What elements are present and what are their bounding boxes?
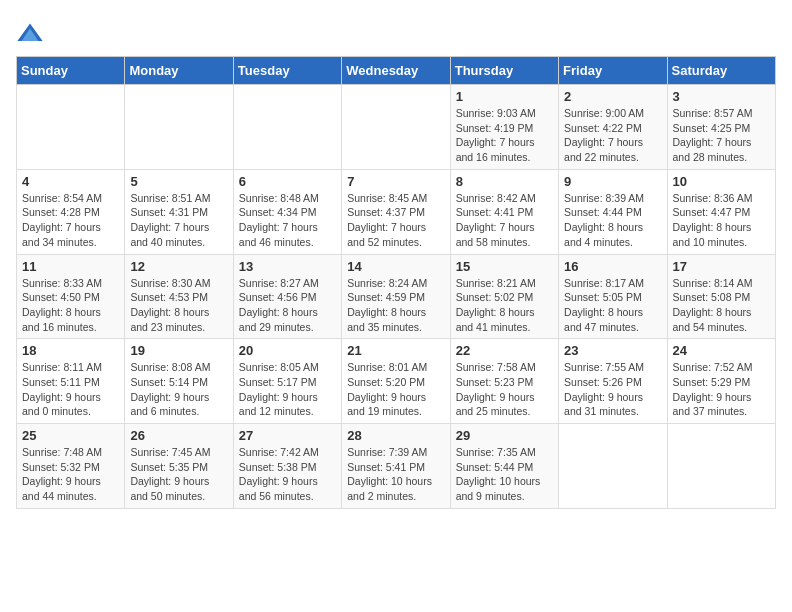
day-number: 8 bbox=[456, 174, 553, 189]
day-cell: 11Sunrise: 8:33 AMSunset: 4:50 PMDayligh… bbox=[17, 254, 125, 339]
day-cell: 20Sunrise: 8:05 AMSunset: 5:17 PMDayligh… bbox=[233, 339, 341, 424]
day-cell: 4Sunrise: 8:54 AMSunset: 4:28 PMDaylight… bbox=[17, 169, 125, 254]
day-cell: 22Sunrise: 7:58 AMSunset: 5:23 PMDayligh… bbox=[450, 339, 558, 424]
day-info: Sunrise: 8:27 AMSunset: 4:56 PMDaylight:… bbox=[239, 276, 336, 335]
week-row-1: 4Sunrise: 8:54 AMSunset: 4:28 PMDaylight… bbox=[17, 169, 776, 254]
day-info: Sunrise: 7:45 AMSunset: 5:35 PMDaylight:… bbox=[130, 445, 227, 504]
day-cell: 26Sunrise: 7:45 AMSunset: 5:35 PMDayligh… bbox=[125, 424, 233, 509]
day-cell: 5Sunrise: 8:51 AMSunset: 4:31 PMDaylight… bbox=[125, 169, 233, 254]
day-info: Sunrise: 8:33 AMSunset: 4:50 PMDaylight:… bbox=[22, 276, 119, 335]
header-monday: Monday bbox=[125, 57, 233, 85]
week-row-2: 11Sunrise: 8:33 AMSunset: 4:50 PMDayligh… bbox=[17, 254, 776, 339]
calendar-table: SundayMondayTuesdayWednesdayThursdayFrid… bbox=[16, 56, 776, 509]
day-info: Sunrise: 9:03 AMSunset: 4:19 PMDaylight:… bbox=[456, 106, 553, 165]
day-number: 9 bbox=[564, 174, 661, 189]
day-cell: 13Sunrise: 8:27 AMSunset: 4:56 PMDayligh… bbox=[233, 254, 341, 339]
header-wednesday: Wednesday bbox=[342, 57, 450, 85]
day-cell bbox=[559, 424, 667, 509]
day-cell bbox=[17, 85, 125, 170]
day-info: Sunrise: 8:57 AMSunset: 4:25 PMDaylight:… bbox=[673, 106, 770, 165]
day-cell: 28Sunrise: 7:39 AMSunset: 5:41 PMDayligh… bbox=[342, 424, 450, 509]
day-cell: 3Sunrise: 8:57 AMSunset: 4:25 PMDaylight… bbox=[667, 85, 775, 170]
day-cell: 2Sunrise: 9:00 AMSunset: 4:22 PMDaylight… bbox=[559, 85, 667, 170]
day-cell: 29Sunrise: 7:35 AMSunset: 5:44 PMDayligh… bbox=[450, 424, 558, 509]
day-info: Sunrise: 8:21 AMSunset: 5:02 PMDaylight:… bbox=[456, 276, 553, 335]
day-number: 13 bbox=[239, 259, 336, 274]
week-row-4: 25Sunrise: 7:48 AMSunset: 5:32 PMDayligh… bbox=[17, 424, 776, 509]
day-number: 10 bbox=[673, 174, 770, 189]
day-cell: 15Sunrise: 8:21 AMSunset: 5:02 PMDayligh… bbox=[450, 254, 558, 339]
day-number: 23 bbox=[564, 343, 661, 358]
day-info: Sunrise: 8:54 AMSunset: 4:28 PMDaylight:… bbox=[22, 191, 119, 250]
day-info: Sunrise: 8:39 AMSunset: 4:44 PMDaylight:… bbox=[564, 191, 661, 250]
day-number: 29 bbox=[456, 428, 553, 443]
day-number: 4 bbox=[22, 174, 119, 189]
day-cell: 21Sunrise: 8:01 AMSunset: 5:20 PMDayligh… bbox=[342, 339, 450, 424]
day-cell: 9Sunrise: 8:39 AMSunset: 4:44 PMDaylight… bbox=[559, 169, 667, 254]
day-info: Sunrise: 9:00 AMSunset: 4:22 PMDaylight:… bbox=[564, 106, 661, 165]
day-cell: 7Sunrise: 8:45 AMSunset: 4:37 PMDaylight… bbox=[342, 169, 450, 254]
day-info: Sunrise: 8:51 AMSunset: 4:31 PMDaylight:… bbox=[130, 191, 227, 250]
day-number: 14 bbox=[347, 259, 444, 274]
day-number: 22 bbox=[456, 343, 553, 358]
day-info: Sunrise: 7:39 AMSunset: 5:41 PMDaylight:… bbox=[347, 445, 444, 504]
day-cell: 17Sunrise: 8:14 AMSunset: 5:08 PMDayligh… bbox=[667, 254, 775, 339]
day-cell: 23Sunrise: 7:55 AMSunset: 5:26 PMDayligh… bbox=[559, 339, 667, 424]
week-row-3: 18Sunrise: 8:11 AMSunset: 5:11 PMDayligh… bbox=[17, 339, 776, 424]
day-cell: 6Sunrise: 8:48 AMSunset: 4:34 PMDaylight… bbox=[233, 169, 341, 254]
day-number: 6 bbox=[239, 174, 336, 189]
day-info: Sunrise: 8:01 AMSunset: 5:20 PMDaylight:… bbox=[347, 360, 444, 419]
day-info: Sunrise: 7:55 AMSunset: 5:26 PMDaylight:… bbox=[564, 360, 661, 419]
header-sunday: Sunday bbox=[17, 57, 125, 85]
page-header bbox=[16, 16, 776, 48]
week-row-0: 1Sunrise: 9:03 AMSunset: 4:19 PMDaylight… bbox=[17, 85, 776, 170]
day-number: 16 bbox=[564, 259, 661, 274]
header-row: SundayMondayTuesdayWednesdayThursdayFrid… bbox=[17, 57, 776, 85]
day-cell: 1Sunrise: 9:03 AMSunset: 4:19 PMDaylight… bbox=[450, 85, 558, 170]
day-cell: 25Sunrise: 7:48 AMSunset: 5:32 PMDayligh… bbox=[17, 424, 125, 509]
day-cell bbox=[125, 85, 233, 170]
header-thursday: Thursday bbox=[450, 57, 558, 85]
day-number: 12 bbox=[130, 259, 227, 274]
day-info: Sunrise: 7:42 AMSunset: 5:38 PMDaylight:… bbox=[239, 445, 336, 504]
day-cell bbox=[342, 85, 450, 170]
day-cell: 8Sunrise: 8:42 AMSunset: 4:41 PMDaylight… bbox=[450, 169, 558, 254]
day-number: 5 bbox=[130, 174, 227, 189]
logo bbox=[16, 20, 48, 48]
day-number: 17 bbox=[673, 259, 770, 274]
day-number: 3 bbox=[673, 89, 770, 104]
day-number: 18 bbox=[22, 343, 119, 358]
day-info: Sunrise: 8:08 AMSunset: 5:14 PMDaylight:… bbox=[130, 360, 227, 419]
day-info: Sunrise: 7:48 AMSunset: 5:32 PMDaylight:… bbox=[22, 445, 119, 504]
day-info: Sunrise: 8:36 AMSunset: 4:47 PMDaylight:… bbox=[673, 191, 770, 250]
day-number: 19 bbox=[130, 343, 227, 358]
day-info: Sunrise: 8:45 AMSunset: 4:37 PMDaylight:… bbox=[347, 191, 444, 250]
day-info: Sunrise: 8:42 AMSunset: 4:41 PMDaylight:… bbox=[456, 191, 553, 250]
day-cell: 12Sunrise: 8:30 AMSunset: 4:53 PMDayligh… bbox=[125, 254, 233, 339]
day-cell: 24Sunrise: 7:52 AMSunset: 5:29 PMDayligh… bbox=[667, 339, 775, 424]
day-number: 26 bbox=[130, 428, 227, 443]
day-cell: 18Sunrise: 8:11 AMSunset: 5:11 PMDayligh… bbox=[17, 339, 125, 424]
day-cell: 10Sunrise: 8:36 AMSunset: 4:47 PMDayligh… bbox=[667, 169, 775, 254]
day-info: Sunrise: 8:11 AMSunset: 5:11 PMDaylight:… bbox=[22, 360, 119, 419]
day-number: 11 bbox=[22, 259, 119, 274]
day-number: 25 bbox=[22, 428, 119, 443]
day-number: 15 bbox=[456, 259, 553, 274]
day-cell: 19Sunrise: 8:08 AMSunset: 5:14 PMDayligh… bbox=[125, 339, 233, 424]
day-info: Sunrise: 8:17 AMSunset: 5:05 PMDaylight:… bbox=[564, 276, 661, 335]
day-cell bbox=[233, 85, 341, 170]
day-number: 2 bbox=[564, 89, 661, 104]
header-friday: Friday bbox=[559, 57, 667, 85]
day-info: Sunrise: 8:48 AMSunset: 4:34 PMDaylight:… bbox=[239, 191, 336, 250]
day-number: 20 bbox=[239, 343, 336, 358]
day-cell: 16Sunrise: 8:17 AMSunset: 5:05 PMDayligh… bbox=[559, 254, 667, 339]
day-info: Sunrise: 7:35 AMSunset: 5:44 PMDaylight:… bbox=[456, 445, 553, 504]
logo-icon bbox=[16, 20, 44, 48]
day-number: 7 bbox=[347, 174, 444, 189]
header-saturday: Saturday bbox=[667, 57, 775, 85]
day-info: Sunrise: 8:30 AMSunset: 4:53 PMDaylight:… bbox=[130, 276, 227, 335]
day-cell: 14Sunrise: 8:24 AMSunset: 4:59 PMDayligh… bbox=[342, 254, 450, 339]
day-number: 27 bbox=[239, 428, 336, 443]
day-info: Sunrise: 8:14 AMSunset: 5:08 PMDaylight:… bbox=[673, 276, 770, 335]
day-info: Sunrise: 8:24 AMSunset: 4:59 PMDaylight:… bbox=[347, 276, 444, 335]
